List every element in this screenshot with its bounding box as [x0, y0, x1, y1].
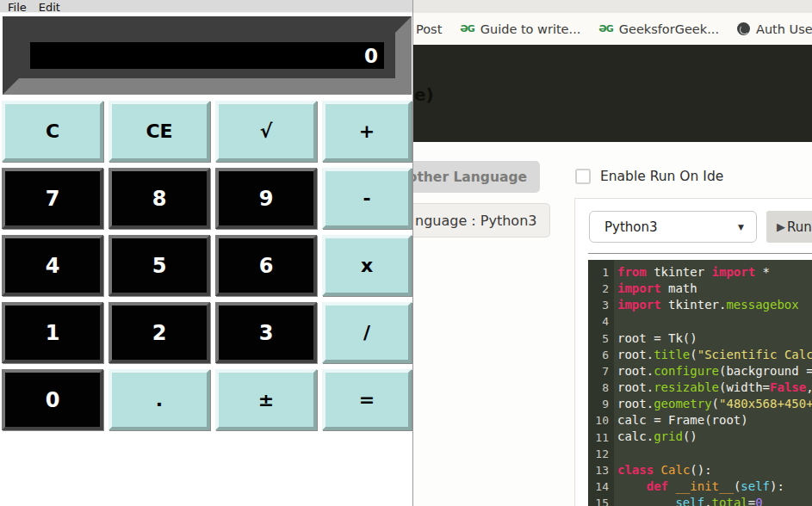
code-line — [617, 313, 812, 330]
line-number: 13 — [588, 462, 609, 478]
code-line: root.geometry("480x568+450+ — [617, 396, 812, 412]
line-number: 9 — [588, 396, 609, 412]
calc-button-8[interactable]: 8 — [108, 168, 210, 229]
code-line: class Calc(): — [617, 462, 812, 478]
code-line: self.total=0 — [617, 495, 812, 506]
page-header: e) — [413, 45, 812, 142]
chevron-down-icon: ▼ — [738, 223, 744, 231]
bookmark-label: Guide to write... — [480, 22, 581, 36]
play-icon: ▶ — [777, 220, 785, 233]
calc-button-7[interactable]: 7 — [2, 168, 103, 229]
code-line: import math — [617, 281, 812, 297]
bookmark-item[interactable]: ƏGGeeksforGeek... — [598, 22, 719, 36]
calc-button-plusminus[interactable]: ± — [215, 369, 317, 430]
code-line: root.title("Scientific Calcu — [617, 347, 812, 363]
calc-button-minus[interactable]: - — [322, 168, 412, 229]
line-number: 11 — [588, 429, 609, 446]
bookmark-item[interactable]: Post — [416, 22, 442, 36]
page-title-partial: e) — [414, 84, 434, 105]
calc-button-divide[interactable]: / — [322, 302, 412, 363]
code-content[interactable]: from tkinter import *import mathimport t… — [614, 260, 812, 506]
line-number-gutter: 123456789101112131415 — [588, 260, 614, 506]
line-number: 2 — [588, 281, 609, 297]
calc-button-plus[interactable]: + — [322, 101, 412, 162]
calculator-menubar: FileEdit — [0, 0, 412, 13]
menu-file[interactable]: File — [8, 0, 27, 12]
calc-button-dot[interactable]: . — [108, 369, 210, 430]
line-number: 3 — [588, 297, 609, 313]
geeksforgeeks-icon: ƏG — [460, 23, 474, 34]
code-editor[interactable]: 123456789101112131415 from tkinter impor… — [588, 260, 812, 506]
code-line — [617, 446, 812, 462]
bookmarks-bar: PostƏGGuide to write...ƏGGeeksforGeek...… — [405, 13, 812, 45]
calc-button-equals[interactable]: = — [322, 369, 412, 430]
globe-icon — [737, 22, 750, 35]
bookmark-label: Post — [416, 22, 442, 36]
calculator-display-frame: 0 — [3, 16, 412, 95]
calc-button-5[interactable]: 5 — [108, 235, 210, 296]
calc-button-multiply[interactable]: x — [322, 235, 412, 296]
geeksforgeeks-icon: ƏG — [598, 23, 612, 34]
line-number: 12 — [588, 446, 609, 462]
run-button[interactable]: ▶ Run — [766, 211, 812, 243]
code-line: calc = Frame(root) — [617, 412, 812, 429]
run-button-label: Run — [787, 219, 812, 235]
calc-button-3[interactable]: 3 — [215, 302, 317, 363]
language-select[interactable]: Python3 ▼ — [589, 211, 757, 243]
calc-button-sqrt[interactable]: √ — [215, 101, 317, 162]
code-line: root.resizable(width=False, — [617, 380, 812, 396]
ide-separator — [588, 253, 812, 254]
calculator-window: FileEdit 0 CCE√+789-456x123/0.±= — [0, 0, 413, 506]
line-number: 7 — [588, 363, 609, 380]
bookmark-item[interactable]: ƏGGuide to write... — [460, 22, 580, 36]
calc-button-4[interactable]: 4 — [2, 235, 103, 296]
line-number: 1 — [588, 264, 609, 281]
calculator-keypad: CCE√+789-456x123/0.±= — [0, 95, 413, 439]
enable-run-on-ide-label: Enable Run On Ide — [600, 169, 723, 184]
line-number: 5 — [588, 330, 609, 347]
calc-button-9[interactable]: 9 — [215, 168, 317, 229]
line-number: 6 — [588, 347, 609, 363]
line-number: 15 — [588, 495, 609, 506]
calc-button-c[interactable]: C — [2, 101, 103, 162]
code-line: import tkinter.messagebox — [617, 297, 812, 313]
bookmark-label: GeeksforGeek... — [619, 22, 719, 36]
bookmark-label: Auth User – D — [756, 22, 812, 36]
calc-button-0[interactable]: 0 — [2, 369, 103, 430]
calc-button-ce[interactable]: CE — [108, 101, 210, 162]
language-select-value: Python3 — [604, 219, 658, 235]
code-line: def __init__(self): — [617, 478, 812, 495]
browser-top-strip — [405, 0, 812, 13]
line-number: 4 — [588, 313, 609, 330]
calculator-display-value: 0 — [364, 45, 378, 67]
enable-run-on-ide-checkbox[interactable] — [575, 169, 591, 184]
calc-button-1[interactable]: 1 — [2, 302, 103, 363]
ide-panel: Python3 ▼ ▶ Run 123456789101112131415 fr… — [574, 198, 812, 506]
line-number: 8 — [588, 380, 609, 396]
code-line: calc.grid() — [617, 429, 812, 445]
calculator-display[interactable]: 0 — [30, 42, 384, 69]
code-line: root.configure(background = — [617, 363, 812, 380]
code-line: root = Tk() — [617, 330, 812, 347]
code-line: from tkinter import * — [617, 264, 812, 281]
line-number: 14 — [588, 478, 609, 495]
menu-edit[interactable]: Edit — [39, 0, 60, 12]
screen: PostƏGGuide to write...ƏGGeeksforGeek...… — [0, 0, 812, 506]
line-number: 10 — [588, 412, 609, 429]
bookmark-item[interactable]: Auth User – D — [737, 22, 812, 36]
calc-button-2[interactable]: 2 — [108, 302, 210, 363]
bookmarks-list: PostƏGGuide to write...ƏGGeeksforGeek...… — [405, 22, 812, 36]
calc-button-6[interactable]: 6 — [215, 235, 317, 296]
